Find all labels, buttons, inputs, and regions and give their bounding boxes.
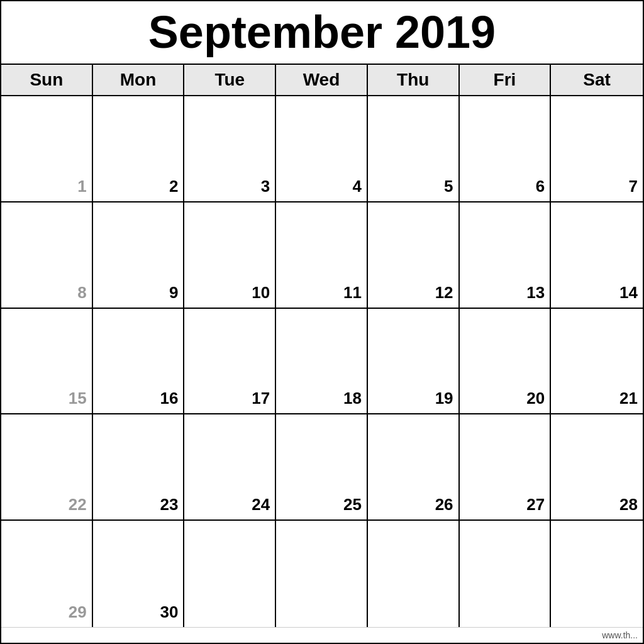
calendar-day-2-3: 18 — [276, 309, 368, 414]
day-number-17: 17 — [252, 389, 270, 408]
day-number-23: 23 — [160, 495, 179, 514]
day-number-27: 27 — [526, 495, 545, 514]
header-tue: Tue — [184, 65, 276, 95]
day-number-9: 9 — [169, 283, 178, 303]
footer: www.th... — [1, 627, 643, 643]
day-number-20: 20 — [526, 389, 545, 408]
header-thu: Thu — [368, 65, 460, 95]
calendar-day-3-3: 25 — [276, 414, 368, 519]
calendar-day-4-1: 30 — [93, 521, 185, 627]
day-number-19: 19 — [435, 389, 453, 408]
day-number-29: 29 — [69, 602, 87, 622]
calendar-week-2: 891011121314 — [1, 203, 643, 309]
calendar-day-0-2: 3 — [184, 96, 276, 201]
calendar-day-1-0: 8 — [1, 203, 93, 308]
calendar-day-1-6: 14 — [551, 203, 643, 308]
calendar-day-2-4: 19 — [368, 309, 460, 414]
day-number-1: 1 — [77, 177, 86, 196]
day-number-21: 21 — [619, 389, 638, 408]
header-sat: Sat — [551, 65, 643, 95]
calendar-day-1-5: 13 — [460, 203, 552, 308]
day-number-6: 6 — [536, 177, 545, 196]
calendar-day-4-6 — [551, 521, 643, 627]
day-number-13: 13 — [526, 283, 545, 303]
day-number-4: 4 — [352, 177, 361, 196]
calendar-day-1-4: 12 — [368, 203, 460, 308]
calendar-day-0-1: 2 — [93, 96, 185, 201]
header-sun: Sun — [1, 65, 93, 95]
day-number-15: 15 — [69, 389, 87, 408]
day-number-8: 8 — [77, 283, 86, 303]
day-number-18: 18 — [343, 389, 362, 408]
day-number-11: 11 — [343, 283, 362, 303]
header-wed: Wed — [276, 65, 368, 95]
calendar-day-0-5: 6 — [460, 96, 552, 201]
calendar-day-3-5: 27 — [460, 414, 552, 519]
header-mon: Mon — [93, 65, 185, 95]
calendar-day-4-0: 29 — [1, 521, 93, 627]
day-number-30: 30 — [160, 602, 179, 622]
day-number-26: 26 — [435, 495, 453, 514]
calendar-day-0-6: 7 — [551, 96, 643, 201]
day-number-10: 10 — [252, 283, 270, 303]
calendar-day-2-5: 20 — [460, 309, 552, 414]
calendar-day-1-3: 11 — [276, 203, 368, 308]
calendar-day-1-1: 9 — [93, 203, 185, 308]
header-fri: Fri — [460, 65, 552, 95]
calendar-day-2-6: 21 — [551, 309, 643, 414]
calendar-day-2-1: 16 — [93, 309, 185, 414]
calendar-day-4-5 — [460, 521, 552, 627]
calendar-day-0-4: 5 — [368, 96, 460, 201]
calendar-day-4-3 — [276, 521, 368, 627]
day-number-24: 24 — [252, 495, 270, 514]
day-number-12: 12 — [435, 283, 453, 303]
calendar-week-4: 22232425262728 — [1, 414, 643, 521]
day-number-5: 5 — [444, 177, 453, 196]
day-number-14: 14 — [619, 283, 638, 303]
calendar-day-1-2: 10 — [184, 203, 276, 308]
day-number-25: 25 — [343, 495, 362, 514]
calendar-day-4-2 — [184, 521, 276, 627]
calendar-day-3-0: 22 — [1, 414, 93, 519]
day-number-22: 22 — [69, 495, 87, 514]
day-number-16: 16 — [160, 389, 179, 408]
calendar-body: 1234567891011121314151617181920212223242… — [1, 96, 643, 627]
calendar-day-3-2: 24 — [184, 414, 276, 519]
calendar-day-4-4 — [368, 521, 460, 627]
calendar-day-3-1: 23 — [93, 414, 185, 519]
calendar-week-1: 1234567 — [1, 96, 643, 203]
calendar-title: September 2019 — [1, 1, 643, 65]
day-number-7: 7 — [629, 177, 638, 196]
day-number-2: 2 — [169, 177, 178, 196]
calendar-day-2-2: 17 — [184, 309, 276, 414]
calendar-day-0-3: 4 — [276, 96, 368, 201]
calendar-day-3-6: 28 — [551, 414, 643, 519]
calendar-day-2-0: 15 — [1, 309, 93, 414]
calendar-day-3-4: 26 — [368, 414, 460, 519]
calendar-week-3: 15161718192021 — [1, 309, 643, 415]
day-number-3: 3 — [261, 177, 270, 196]
calendar-day-0-0: 1 — [1, 96, 93, 201]
day-number-28: 28 — [619, 495, 638, 514]
calendar-container: September 2019 Sun Mon Tue Wed Thu Fri S… — [0, 0, 644, 644]
calendar-week-5: 2930 — [1, 521, 643, 627]
calendar-header: Sun Mon Tue Wed Thu Fri Sat — [1, 65, 643, 96]
